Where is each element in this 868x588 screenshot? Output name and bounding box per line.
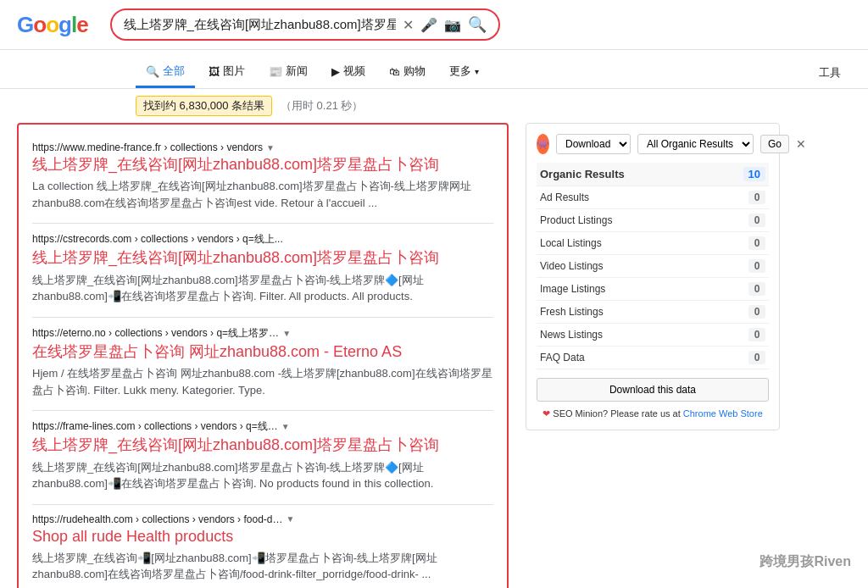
tab-video-icon: ▶ [331, 65, 340, 78]
tab-news[interactable]: 📰 新闻 [259, 57, 318, 88]
video-listings-count: 0 [713, 255, 769, 278]
seo-widget: 👾 Download All Organic Results Go ✕ Orga… [526, 123, 780, 430]
tools-button[interactable]: 工具 [809, 58, 851, 87]
results-time: （用时 0.21 秒） [281, 99, 364, 112]
url-text: https://eterno.no › collections › vendor… [32, 326, 279, 341]
chrome-web-store-link[interactable]: Chrome Web Store [683, 408, 763, 419]
result-snippet: 线上塔罗牌_在线咨询[网址zhanbu88.com]塔罗星盘占卜咨询-线上塔罗牌… [32, 272, 493, 305]
right-panel: 👾 Download All Organic Results Go ✕ Orga… [526, 123, 780, 588]
tab-news-icon: 📰 [269, 65, 282, 78]
product-listings-label: Product Listings [537, 209, 713, 232]
tab-video-label: 视频 [343, 64, 365, 79]
faq-data-label: FAQ Data [537, 347, 713, 369]
url-text: https://www.medine-france.fr › collectio… [32, 141, 263, 153]
download-data-button[interactable]: Download this data [537, 378, 769, 402]
result-url: https://frame-lines.com › collections › … [32, 419, 493, 434]
result-url: https://eterno.no › collections › vendor… [32, 326, 493, 341]
google-logo: Google [17, 12, 88, 38]
table-row: https://frame-lines.com › collections › … [19, 411, 507, 503]
clear-icon[interactable]: ✕ [403, 17, 414, 33]
result-snippet: Hjem / 在线塔罗星盘占卜咨询 网址zhanbu88.com -线上塔罗牌[… [32, 365, 493, 398]
table-row: https://rudehealth.com › collections › v… [19, 505, 507, 588]
table-row: Image Listings 0 [537, 278, 769, 301]
table-row: Fresh Listings 0 [537, 301, 769, 324]
nav-tabs: 🔍 全部 🖼 图片 📰 新闻 ▶ 视频 🛍 购物 更多 ▾ 工具 [0, 50, 868, 89]
results-type-dropdown[interactable]: All Organic Results [637, 134, 754, 154]
result-title[interactable]: 线上塔罗牌_在线咨询[网址zhanbu88.com]塔罗星盘占卜咨询 [32, 248, 493, 268]
tab-more-label: 更多 [449, 64, 471, 79]
result-title[interactable]: 线上塔罗牌_在线咨询[网址zhanbu88.com]塔罗星盘占卜咨询 [32, 435, 493, 455]
table-row: https://eterno.no › collections › vendor… [19, 318, 507, 410]
table-row: https://cstrecords.com › collections › v… [19, 224, 507, 316]
result-title[interactable]: 在线塔罗星盘占卜咨询 网址zhanbu88.com - Eterno AS [32, 342, 493, 362]
image-listings-count: 0 [713, 278, 769, 301]
tab-all[interactable]: 🔍 全部 [136, 57, 195, 88]
tab-shopping[interactable]: 🛍 购物 [379, 57, 436, 88]
result-url: https://www.medine-france.fr › collectio… [32, 141, 493, 153]
table-row: FAQ Data 0 [537, 347, 769, 369]
news-listings-label: News Listings [537, 324, 713, 347]
local-listings-count: 0 [713, 232, 769, 255]
seo-widget-header: 👾 Download All Organic Results Go ✕ [537, 134, 769, 154]
table-row: Product Listings 0 [537, 209, 769, 232]
result-url: https://rudehealth.com › collections › v… [32, 513, 493, 525]
seo-table: Organic Results 10 Ad Results 0 Product … [537, 163, 769, 369]
tab-all-icon: 🔍 [146, 65, 159, 78]
table-row: Ad Results 0 [537, 186, 769, 209]
seo-footer-text: SEO Minion? Please rate us at [553, 408, 680, 419]
seo-footer: ❤ SEO Minion? Please rate us at Chrome W… [537, 408, 769, 419]
fresh-listings-label: Fresh Listings [537, 301, 713, 324]
result-snippet: 线上塔罗牌_在线咨询[网址zhanbu88.com]塔罗星盘占卜咨询-线上塔罗牌… [32, 459, 493, 492]
main-content: https://www.medine-france.fr › collectio… [0, 123, 868, 588]
header: Google ✕ 🎤 📷 🔍 [0, 0, 868, 50]
url-text: https://frame-lines.com › collections › … [32, 419, 278, 434]
tab-video[interactable]: ▶ 视频 [321, 57, 376, 88]
table-row: Local Listings 0 [537, 232, 769, 255]
tab-images-label: 图片 [223, 64, 245, 79]
result-snippet: La collection 线上塔罗牌_在线咨询[网址zhanbu88.com]… [32, 178, 493, 211]
result-title[interactable]: 线上塔罗牌_在线咨询[网址zhanbu88.com]塔罗星盘占卜咨询 [32, 155, 493, 175]
heart-icon: ❤ [542, 408, 550, 419]
tab-news-label: 新闻 [286, 64, 308, 79]
tab-all-label: 全部 [163, 64, 185, 79]
url-text: https://cstrecords.com › collections › v… [32, 232, 283, 247]
table-row: Video Listings 0 [537, 255, 769, 278]
result-snippet: 线上塔罗牌_在线咨询📲[网址zhanbu88.com]📲塔罗星盘占卜咨询-线上塔… [32, 550, 493, 583]
search-submit-icon[interactable]: 🔍 [468, 15, 487, 34]
close-icon[interactable]: ✕ [796, 137, 806, 151]
image-listings-label: Image Listings [537, 278, 713, 301]
search-input[interactable] [124, 18, 396, 32]
chevron-down-icon: ▾ [475, 67, 479, 76]
organic-results-label: Organic Results [537, 163, 713, 186]
fresh-listings-count: 0 [713, 301, 769, 324]
organic-results-count: 10 [713, 163, 769, 186]
camera-icon[interactable]: 📷 [444, 17, 461, 33]
table-row: News Listings 0 [537, 324, 769, 347]
tab-shopping-icon: 🛍 [389, 65, 400, 78]
download-dropdown[interactable]: Download [556, 134, 631, 154]
url-text: https://rudehealth.com › collections › v… [32, 513, 282, 525]
result-title[interactable]: Shop all rude Health products [32, 527, 493, 546]
local-listings-label: Local Listings [537, 232, 713, 255]
results-count-bar: 找到约 6,830,000 条结果 （用时 0.21 秒） [0, 89, 868, 119]
results-count: 找到约 6,830,000 条结果 [136, 96, 272, 116]
ad-results-count: 0 [713, 186, 769, 209]
table-row: Organic Results 10 [537, 163, 769, 186]
product-listings-count: 0 [713, 209, 769, 232]
faq-data-count: 0 [713, 347, 769, 369]
table-row: https://www.medine-france.fr › collectio… [19, 133, 507, 223]
tab-shopping-label: 购物 [403, 64, 426, 79]
video-listings-label: Video Listings [537, 255, 713, 278]
ad-results-label: Ad Results [537, 186, 713, 209]
seo-robot-icon: 👾 [537, 134, 549, 154]
news-listings-count: 0 [713, 324, 769, 347]
tab-images[interactable]: 🖼 图片 [198, 57, 255, 88]
tab-images-icon: 🖼 [209, 65, 220, 78]
result-url: https://cstrecords.com › collections › v… [32, 232, 493, 247]
search-box: ✕ 🎤 📷 🔍 [110, 8, 500, 41]
tab-more[interactable]: 更多 ▾ [439, 57, 489, 88]
mic-icon[interactable]: 🎤 [420, 17, 437, 33]
go-button[interactable]: Go [760, 135, 789, 153]
search-results-panel: https://www.medine-france.fr › collectio… [17, 123, 509, 588]
